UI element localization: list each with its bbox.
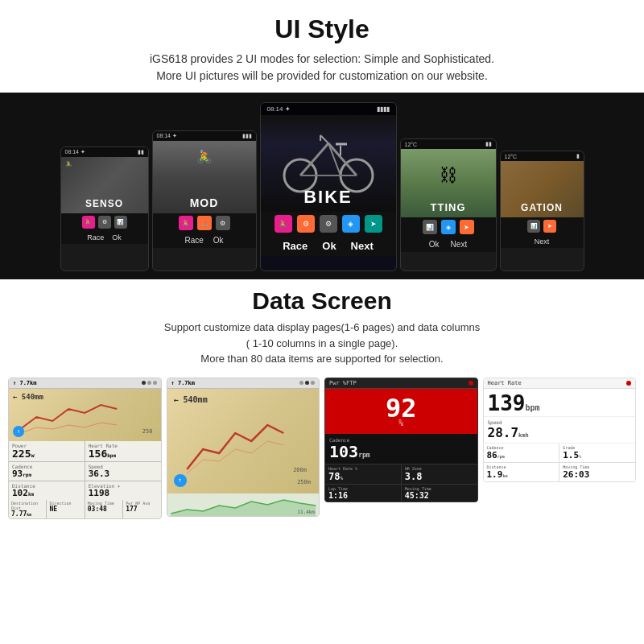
stat-pwr: Pwr NP Ava 177	[123, 500, 160, 518]
screen-label-2: MOD	[153, 196, 256, 209]
screen-icons-row-3: 🚴 ⚙ ⚙ ◈ ➤	[261, 212, 396, 236]
dot-active-2	[305, 381, 309, 385]
stat-distance-4: Distance 1.9km	[484, 463, 559, 481]
icon-cycling-3: 🚴	[275, 215, 292, 233]
data-preview-1: ↑ 7.7km ← 540mm ↑ 250	[8, 378, 162, 519]
screen-photo-1: 🚴 SENSO	[61, 157, 148, 213]
screen-battery-3: ▮▮▮▮	[377, 105, 390, 113]
phone-screen-3: 08:14 ✦ ▮▮▮▮	[260, 102, 397, 271]
stat-cadence-value-4: 86rpm	[487, 450, 556, 460]
dot-2b	[311, 381, 315, 385]
nav-race-3: Race	[283, 240, 308, 252]
icon-chart-5: 📊	[527, 220, 540, 233]
stat-speed-unit-4: kmh	[518, 432, 529, 439]
svg-line-5	[328, 143, 341, 175]
icon-nav-4: ➤	[460, 220, 474, 234]
data-screen-desc-3: More than 80 data items are supported fo…	[16, 351, 628, 367]
stat-moving-value-4: 26:03	[563, 469, 632, 480]
ui-style-desc-2: More UI pictures will be provided for cu…	[16, 68, 628, 85]
distance-marker-2: 250m	[297, 479, 311, 485]
screen-photo-4: ⛓ TTING	[401, 149, 496, 217]
cycling-person-2: 🚴	[196, 149, 213, 164]
dot-active-1	[142, 381, 146, 385]
stats-grid-4: Cadence 86rpm Grade 1.5% Distance 1.9km …	[484, 444, 636, 481]
stat-lap-value-3: 1:16	[328, 491, 398, 500]
data-screen-title: Data Screen	[16, 287, 628, 315]
stat-hr-pct-3: Heart Rate % 78%	[325, 464, 401, 484]
carousel-container: 08:14 ✦ ▮▮ 🚴 SENSO 🚴 ⚙ 📊 Race Ok	[0, 93, 644, 279]
stat-hr-value: 156bpm	[89, 448, 158, 460]
map-svg-2	[167, 389, 320, 493]
nav-ok-2: Ok	[213, 236, 224, 245]
stat-speed-4: Speed 28.7kmh	[484, 417, 636, 444]
stat-hr-zone-value-3: 3.8	[405, 471, 474, 482]
stat-hr-unit: bpm	[107, 452, 116, 458]
arrow-indicator-2: ← 540mm	[174, 395, 208, 404]
nav-race-2: Race	[184, 236, 203, 245]
stat-moving-4: Moving Time 26:03	[559, 463, 635, 481]
stat-hr-label-4: Heart Rate	[488, 380, 522, 386]
screen-icons-row-5: 📊 ➤	[501, 217, 584, 235]
distance-marker-1: 250	[142, 428, 153, 435]
icon-bike-3: ⚙	[297, 215, 315, 233]
stat-pwr-big-3: 92 %	[325, 389, 477, 434]
stat-moving: Moving Time 03:48	[85, 500, 122, 518]
stat-cadence-value: 93rpm	[12, 469, 81, 479]
screen-nav-2: Race Ok	[153, 233, 256, 248]
nav-race-1: Race	[87, 233, 104, 242]
stat-cadence-3: Cadence 103rpm	[325, 434, 477, 464]
icon-gear-2: ⚙	[216, 216, 230, 230]
stat-hr-unit-4: bpm	[525, 403, 539, 412]
blue-arrow-1: ↑	[13, 426, 24, 437]
phone-screen-2: 08:14 ✦ ▮▮▮ 🚴 MOD 🚴 🚲 ⚙ Race Ok	[152, 130, 257, 271]
data-km-1: ↑ 7.7km	[13, 380, 37, 386]
nav-next-3: Next	[351, 240, 374, 252]
screen-time-5: 12°C	[505, 154, 518, 159]
stats-bottom-1: Destination Dist 7.77km Direction NE Mov…	[9, 500, 161, 518]
stat-dist2-value: 102km	[12, 489, 81, 498]
screen-photo-2: 🚴 MOD	[153, 141, 256, 213]
arrow-indicator-1: ← 540mm	[13, 393, 43, 401]
ui-style-section: UI Style iGS618 provides 2 UI modes for …	[0, 0, 644, 85]
data-screen-section: Data Screen Support customize data displ…	[0, 279, 644, 371]
blue-arrow-2: ↑	[174, 474, 187, 487]
stat-moving-value-3: 45:32	[405, 491, 474, 500]
dot-1a	[147, 381, 151, 385]
ui-style-desc-1: iGS618 provides 2 UI modes for selection…	[16, 51, 628, 68]
dot-2a	[299, 381, 303, 385]
screen-label-3: BIKE	[261, 187, 396, 208]
stat-cadence-unit-3: rpm	[358, 452, 369, 459]
stat-moving-3: Moving Time 45:32	[402, 485, 477, 502]
stat-cadence-4: Cadence 86rpm	[484, 444, 559, 462]
data-preview-header-4: Heart Rate	[484, 378, 636, 389]
stat-hr-pct-value-3: 78%	[328, 471, 398, 482]
stat-dest-label: Destination Dist	[11, 501, 43, 510]
chart-svg-2	[167, 493, 320, 516]
screen-topbar-4: 12°C ▮▮	[401, 139, 496, 149]
stat-lap-3: Lap Time 1:16	[325, 485, 401, 502]
stats-grid-1: Power 225w Heart Rate 156bpm Cadence 93r…	[9, 441, 161, 500]
data-preview-header-3: Pwr %FTP	[325, 378, 477, 389]
svg-marker-10	[171, 500, 316, 516]
screen-topbar-1: 08:14 ✦ ▮▮	[61, 147, 148, 157]
screens-row: 08:14 ✦ ▮▮ 🚴 SENSO 🚴 ⚙ 📊 Race Ok	[0, 102, 644, 271]
screen-battery-2: ▮▮▮	[242, 133, 252, 139]
icon-cycling-2: 🚴	[179, 216, 193, 230]
data-preview-3: Pwr %FTP 92 % Cadence 103rpm Heart Rate …	[324, 378, 478, 502]
data-screens-row: ↑ 7.7km ← 540mm ↑ 250	[0, 371, 644, 519]
screen-label-5: GATION	[501, 202, 584, 213]
ui-style-title: UI Style	[16, 14, 628, 44]
scale-marker-2: 200m	[293, 467, 307, 473]
stat-dist2-1: Distance 102km	[9, 481, 85, 500]
screen-battery-4: ▮▮	[485, 141, 492, 147]
nav-ok-1: Ok	[112, 233, 122, 242]
screen-time-3: 08:14 ✦	[267, 105, 291, 113]
nav-next-5: Next	[535, 237, 550, 246]
icon-wifi-4: ◈	[441, 220, 456, 234]
stat-dest: Destination Dist 7.77km	[9, 500, 46, 518]
stat-hr-big-4: 139bpm	[484, 389, 636, 417]
nav-next-4: Next	[451, 240, 468, 249]
screen-photo-3: BIKE	[261, 115, 396, 212]
screen-time-2: 08:14 ✦	[157, 133, 177, 139]
stat-speed-label-4: Speed	[488, 419, 632, 425]
